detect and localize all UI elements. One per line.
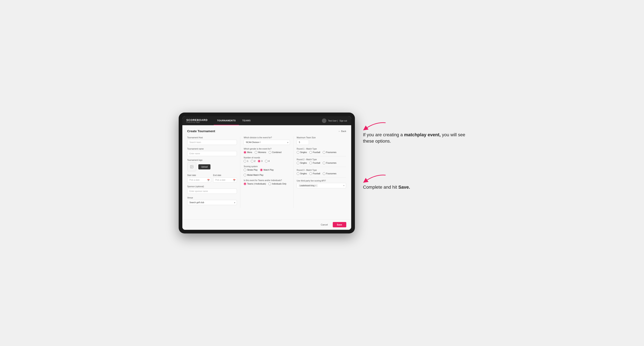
start-date-wrapper: 📅 (187, 177, 211, 182)
api-dropdown-arrow: ▾ (344, 184, 344, 187)
round3-foursomes[interactable]: Foursomes (323, 172, 336, 175)
calendar-icon-end: 📅 (233, 179, 236, 181)
annotation-top: If you are creating a matchplay event, y… (363, 121, 466, 145)
api-select-box[interactable]: Leaderboard King ✕ (297, 183, 346, 188)
gender-group: Which gender is the event for? Mens Wome… (244, 148, 290, 154)
max-team-size-group: Maximum Team Size (297, 137, 346, 145)
venue-label: Venue (187, 197, 237, 199)
gender-radio-group: Mens Womens Combined (244, 151, 290, 154)
teams-individuals[interactable]: Individuals Only (268, 182, 286, 185)
save-button[interactable]: Save (333, 222, 346, 227)
scoring-label: Scoring system (244, 165, 290, 168)
sponsor-group: Sponsor (optional) (187, 185, 237, 194)
round2-foursomes[interactable]: Foursomes (323, 162, 336, 164)
teams-group: Is this event for Teams and/or Individua… (244, 179, 290, 185)
gender-combined[interactable]: Combined (268, 151, 282, 154)
venue-select-wrapper: Search golf club (187, 200, 237, 205)
scoring-stroke[interactable]: Stroke Play (244, 169, 258, 171)
scoring-match[interactable]: Match Play (260, 169, 274, 171)
nav-links: TOURNAMENTS TEAMS (214, 116, 322, 125)
round2-radio-group: Singles Fourball Foursomes (297, 162, 346, 164)
tablet-screen: SCOREBOARD Powered by clippit TOURNAMENT… (182, 116, 351, 230)
page-header: Create Tournament ← Back (187, 129, 346, 133)
sponsor-input[interactable] (187, 189, 237, 194)
form-footer: Cancel Save (182, 219, 351, 230)
tournament-host-group: Tournament Host (187, 137, 237, 145)
tournament-name-label: Tournament name (187, 148, 237, 150)
tournament-logo-label: Tournament logo (187, 159, 237, 161)
division-group: Which division is the event for? NCAA Di… (244, 137, 290, 145)
rounds-label: Number of rounds (244, 157, 290, 159)
annotation-area: If you are creating a matchplay event, y… (363, 113, 466, 190)
brand-sub: Powered by clippit (186, 121, 208, 123)
arrow-top-svg (363, 121, 388, 131)
page-wrapper: SCOREBOARD Powered by clippit TOURNAMENT… (179, 113, 466, 233)
gender-mens[interactable]: Mens (244, 151, 252, 154)
api-tag: Leaderboard King ✕ (298, 184, 318, 187)
main-content: Create Tournament ← Back Tournament Host… (182, 125, 351, 219)
middle-column: Which division is the event for? NCAA Di… (240, 137, 293, 208)
round1-fourball[interactable]: Fourball (310, 151, 320, 154)
date-row: Start date 📅 End date (187, 174, 237, 182)
round1-foursomes[interactable]: Foursomes (323, 151, 336, 154)
tournament-host-label: Tournament Host (187, 137, 237, 139)
nav-link-teams[interactable]: TEAMS (239, 116, 254, 125)
division-select-wrapper: NCAA Division I (244, 140, 290, 145)
nav-bar: SCOREBOARD Powered by clippit TOURNAMENT… (182, 116, 351, 125)
start-date-group: Start date 📅 (187, 174, 211, 182)
venue-group: Venue Search golf club (187, 197, 237, 205)
tablet-frame: SCOREBOARD Powered by clippit TOURNAMENT… (179, 113, 355, 233)
scoring-radio-group: Stroke Play Match Play Medal Match Play (244, 169, 290, 176)
start-date-label: Start date (187, 174, 211, 176)
date-group: Start date 📅 End date (187, 174, 237, 182)
arrow-bottom-svg (363, 173, 388, 183)
round3-fourball[interactable]: Fourball (310, 172, 320, 175)
nav-link-tournaments[interactable]: TOURNAMENTS (214, 116, 239, 125)
round1-singles[interactable]: Singles (297, 151, 307, 154)
end-date-label: End date (213, 174, 237, 176)
rounds-3[interactable]: 3 (258, 160, 262, 163)
max-team-size-input[interactable] (297, 140, 309, 145)
tournament-name-input[interactable] (187, 151, 237, 156)
api-tag-remove[interactable]: ✕ (315, 185, 316, 187)
third-party-label: Use third-party live scoring API? (297, 180, 346, 182)
nav-user: Test User | Sign out (322, 119, 347, 123)
end-date-wrapper: 📅 (213, 177, 237, 182)
round2-section: Round 2 - Match Type Singles Fourball Fo… (297, 158, 346, 164)
upload-button[interactable]: Upload (198, 164, 211, 170)
gender-label: Which gender is the event for? (244, 148, 290, 150)
api-select-wrapper: Leaderboard King ✕ ▾ (297, 183, 346, 188)
tournament-name-group: Tournament name (187, 148, 237, 156)
sponsor-label: Sponsor (optional) (187, 185, 237, 188)
round2-singles[interactable]: Singles (297, 162, 307, 164)
division-label: Which division is the event for? (244, 137, 290, 139)
cancel-button[interactable]: Cancel (318, 222, 331, 227)
tournament-logo-group: Tournament logo Upload (187, 159, 237, 171)
teams-both[interactable]: Teams (+Individuals) (244, 182, 266, 185)
gender-womens[interactable]: Womens (255, 151, 266, 154)
round3-radio-group: Singles Fourball Foursomes (297, 172, 346, 175)
round2-fourball[interactable]: Fourball (310, 162, 320, 164)
rounds-4[interactable]: 4 (265, 160, 270, 163)
rounds-1[interactable]: 1 (244, 160, 248, 163)
round1-label: Round 1 - Match Type (297, 148, 346, 150)
tournament-host-input[interactable] (187, 140, 237, 145)
back-button[interactable]: ← Back (338, 130, 346, 132)
third-party-group: Use third-party live scoring API? Leader… (297, 180, 346, 188)
rounds-2[interactable]: 2 (251, 160, 256, 163)
teams-radio-group: Teams (+Individuals) Individuals Only (244, 182, 290, 185)
scoring-medal[interactable]: Medal Match Play (244, 174, 263, 176)
round3-section: Round 3 - Match Type Singles Fourball Fo… (297, 169, 346, 175)
logo-upload-area: Upload (187, 162, 237, 171)
teams-label: Is this event for Teams and/or Individua… (244, 179, 290, 181)
calendar-icon: 📅 (207, 179, 210, 181)
avatar (322, 119, 326, 123)
right-column: Maximum Team Size Round 1 - Match Type S… (293, 137, 346, 208)
division-select[interactable]: NCAA Division I (244, 140, 290, 145)
max-team-size-label: Maximum Team Size (297, 137, 346, 139)
page-title: Create Tournament (187, 129, 215, 133)
rounds-radio-group: 1 2 3 4 (244, 160, 290, 163)
round3-singles[interactable]: Singles (297, 172, 307, 175)
sign-out-link[interactable]: Sign out (340, 120, 347, 122)
venue-select[interactable]: Search golf club (187, 200, 237, 205)
